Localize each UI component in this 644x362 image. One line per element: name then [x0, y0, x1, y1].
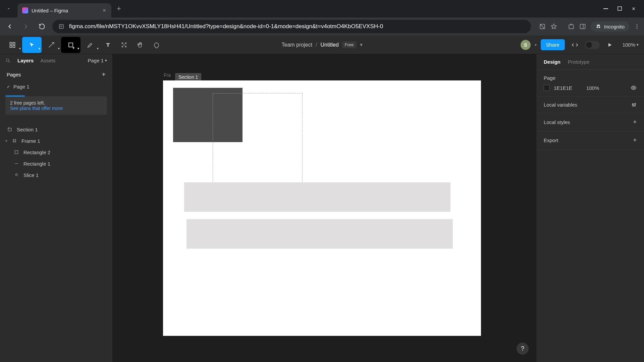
- collapse-chevron-icon[interactable]: ▾: [5, 139, 7, 143]
- dev-mode-toggle[interactable]: [585, 41, 600, 49]
- resources-tool-button[interactable]: [116, 37, 132, 53]
- zoom-control[interactable]: 100%▾: [620, 42, 641, 48]
- page-name: Page 1: [13, 84, 30, 89]
- rectangle-icon: [13, 149, 19, 155]
- variables-settings-icon[interactable]: [631, 102, 637, 108]
- canvas-shape-rect2[interactable]: [186, 219, 453, 249]
- section-icon: [7, 126, 13, 132]
- tab-search-dropdown[interactable]: [0, 0, 17, 17]
- zoom-value: 100%: [623, 42, 635, 48]
- move-tool-button[interactable]: ▾: [22, 37, 42, 53]
- slice-icon: [13, 172, 19, 178]
- svg-point-24: [632, 104, 633, 105]
- incognito-indicator[interactable]: Incognito: [591, 21, 629, 32]
- avatar[interactable]: S: [521, 40, 531, 50]
- comment-tool-button[interactable]: [148, 37, 164, 53]
- svg-point-19: [125, 46, 126, 47]
- svg-rect-4: [569, 25, 573, 29]
- browser-tab-active[interactable]: Untitled – Figma: [17, 3, 111, 17]
- svg-point-6: [597, 26, 598, 28]
- tab-design[interactable]: Design: [544, 59, 560, 65]
- dev-mode-button[interactable]: [569, 39, 581, 51]
- window-maximize-icon[interactable]: [618, 6, 622, 11]
- svg-rect-5: [580, 24, 585, 28]
- add-style-icon[interactable]: +: [633, 119, 637, 126]
- extensions-icon[interactable]: [568, 23, 575, 30]
- main-menu-button[interactable]: ▾: [3, 37, 22, 53]
- local-variables-row[interactable]: Local variables: [536, 97, 644, 113]
- window-close-icon[interactable]: [631, 6, 636, 11]
- svg-rect-11: [10, 42, 12, 44]
- breadcrumb-file[interactable]: Untitled: [321, 42, 339, 48]
- multiplayer-chevron-icon[interactable]: ▾: [535, 43, 537, 47]
- nav-forward-button[interactable]: [20, 21, 32, 32]
- layer-name: Rectangle 2: [23, 149, 50, 155]
- svg-rect-1: [618, 7, 622, 10]
- layer-row-section[interactable]: Section 1: [0, 124, 112, 135]
- tab-prototype[interactable]: Prototype: [568, 59, 589, 65]
- local-variables-label: Local variables: [544, 102, 577, 108]
- svg-point-23: [633, 87, 635, 89]
- url-field[interactable]: figma.com/file/nMSTY1OKvvXSMLY18HsH41/Un…: [52, 20, 531, 33]
- local-styles-row[interactable]: Local styles +: [536, 113, 644, 131]
- visibility-toggle-icon[interactable]: [631, 85, 637, 91]
- layer-row-line[interactable]: Rectangle 1: [0, 158, 112, 169]
- svg-point-18: [122, 46, 123, 47]
- page-color-opacity[interactable]: 100%: [586, 85, 599, 91]
- present-button[interactable]: [604, 39, 616, 51]
- close-tab-icon[interactable]: [102, 8, 107, 13]
- page-section-header: Page: [544, 75, 637, 81]
- share-button[interactable]: Share: [541, 39, 565, 50]
- search-icon[interactable]: [5, 58, 11, 63]
- help-button[interactable]: ?: [517, 343, 529, 355]
- text-tool-button[interactable]: [100, 37, 116, 53]
- frame-label[interactable]: Fra: [164, 72, 171, 78]
- page-color-hex[interactable]: 1E1E1E: [554, 85, 572, 91]
- hand-tool-button[interactable]: [132, 37, 148, 53]
- layer-row-rectangle[interactable]: Rectangle 2: [0, 146, 112, 158]
- pen-tool-button[interactable]: ▾: [80, 37, 100, 53]
- new-tab-button[interactable]: +: [111, 4, 126, 13]
- page-row[interactable]: ✓ Page 1: [0, 81, 112, 92]
- svg-rect-14: [13, 45, 15, 47]
- svg-point-26: [635, 103, 636, 104]
- page-selector[interactable]: Page 1 ▾: [88, 58, 107, 63]
- section-label[interactable]: Section 1: [175, 73, 201, 81]
- local-styles-label: Local styles: [544, 119, 570, 125]
- line-icon: [13, 161, 19, 167]
- svg-point-17: [125, 43, 126, 44]
- site-info-icon[interactable]: [58, 23, 64, 29]
- incognito-icon: [595, 23, 601, 29]
- layer-row-frame[interactable]: ▾ Frame 1: [0, 135, 112, 146]
- tab-assets[interactable]: Assets: [40, 58, 55, 63]
- breadcrumb-team[interactable]: Team project: [281, 42, 312, 48]
- canvas[interactable]: Fra Section 1 ?: [113, 54, 536, 362]
- upsell-link[interactable]: See plans that offer more: [10, 106, 102, 111]
- right-panel: Design Prototype Page 1E1E1E 100% Local …: [536, 54, 644, 362]
- add-export-icon[interactable]: +: [633, 137, 637, 144]
- side-panel-icon[interactable]: [579, 23, 586, 30]
- install-blocked-icon[interactable]: [539, 23, 546, 30]
- export-label: Export: [544, 137, 558, 143]
- nav-back-button[interactable]: [4, 21, 15, 32]
- upsell-text: 2 free pages left.: [10, 100, 102, 106]
- window-minimize-icon[interactable]: [603, 6, 608, 11]
- nav-reload-button[interactable]: [36, 21, 48, 32]
- plan-badge[interactable]: Free: [342, 41, 357, 48]
- page-color-swatch[interactable]: [544, 85, 550, 91]
- tab-layers[interactable]: Layers: [17, 58, 34, 63]
- frame-tool-button[interactable]: ▾: [42, 37, 61, 53]
- svg-rect-0: [603, 8, 608, 9]
- svg-rect-12: [13, 42, 15, 44]
- layer-row-slice[interactable]: Slice 1: [0, 169, 112, 181]
- add-page-button[interactable]: +: [102, 71, 106, 78]
- file-menu-chevron-icon[interactable]: ▾: [360, 42, 363, 48]
- canvas-shape-rect1[interactable]: [184, 182, 450, 212]
- shape-tool-button[interactable]: ▾: [61, 37, 80, 53]
- svg-point-10: [637, 28, 638, 29]
- bookmark-star-icon[interactable]: [550, 23, 557, 30]
- export-row[interactable]: Export +: [536, 131, 644, 149]
- figma-toolbar: ▾ ▾ ▾ ▾ ▾ Team project / Untitled Free ▾: [0, 36, 644, 54]
- layer-name: Section 1: [17, 127, 38, 132]
- browser-menu-icon[interactable]: [634, 23, 640, 29]
